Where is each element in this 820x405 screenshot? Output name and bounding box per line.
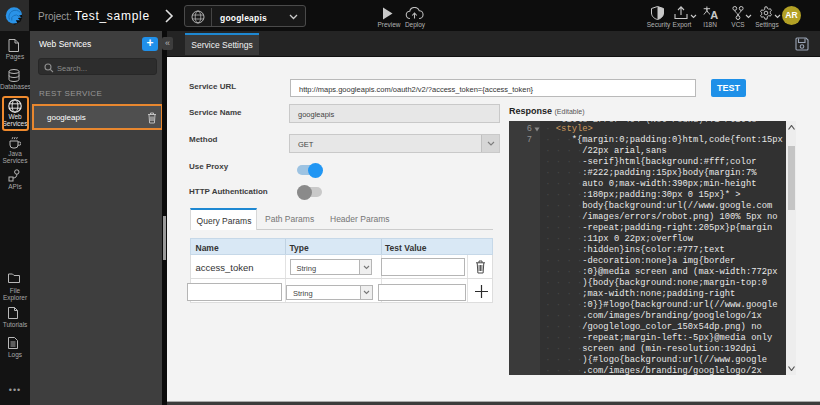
- svg-text:A: A: [710, 9, 718, 20]
